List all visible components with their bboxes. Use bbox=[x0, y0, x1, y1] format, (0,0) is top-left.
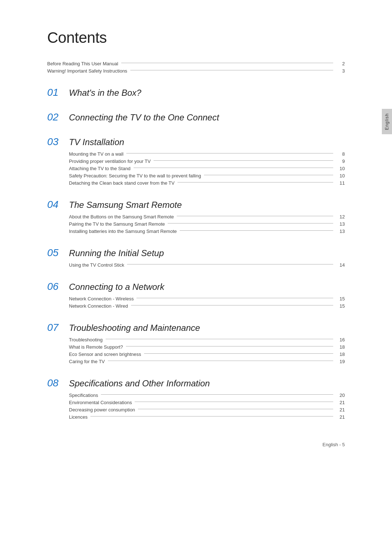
entry-page: 16 bbox=[336, 337, 345, 342]
toc-entry: Attaching the TV to the Stand 10 bbox=[69, 166, 345, 171]
entry-label: Network Connection - Wireless bbox=[69, 296, 134, 301]
entry-page: 18 bbox=[336, 344, 345, 350]
toc-entry: About the Buttons on the Samsung Smart R… bbox=[69, 214, 345, 219]
entry-page: 10 bbox=[336, 166, 345, 171]
entry-dots bbox=[90, 416, 333, 416]
entry-page: 12 bbox=[336, 214, 345, 219]
entry-page: 3 bbox=[336, 68, 345, 74]
toc-entry: Safety Precaution: Securing the TV to th… bbox=[69, 173, 345, 178]
entry-dots bbox=[101, 394, 333, 395]
section-02: 02 Connecting the TV to the One Connect bbox=[47, 111, 345, 123]
section-number: 03 bbox=[47, 136, 69, 148]
entry-label: Specifications bbox=[69, 393, 98, 398]
entry-page: 21 bbox=[336, 400, 345, 405]
section-title: Running the Initial Setup bbox=[69, 248, 164, 258]
entry-page: 18 bbox=[336, 352, 345, 357]
entry-page: 14 bbox=[336, 262, 345, 268]
entry-label: Eco Sensor and screen brightness bbox=[69, 352, 141, 357]
entry-page: 13 bbox=[336, 221, 345, 227]
toc-entry: Detaching the Clean back stand cover fro… bbox=[69, 180, 345, 186]
section-title: Specifications and Other Information bbox=[69, 378, 210, 389]
toc-entry: Mounting the TV on a wall 8 bbox=[69, 151, 345, 157]
entry-label: Licences bbox=[69, 414, 87, 420]
toc-entry: Caring for the TV 19 bbox=[69, 359, 345, 364]
entry-dots bbox=[131, 305, 333, 305]
entry-label: Network Connection - Wired bbox=[69, 303, 128, 309]
section-header: 08 Specifications and Other Information bbox=[47, 377, 345, 389]
section-number: 01 bbox=[47, 87, 69, 98]
section-header: 03 TV Installation bbox=[47, 136, 345, 148]
entry-dots bbox=[168, 223, 333, 223]
section-title: The Samsung Smart Remote bbox=[69, 200, 182, 210]
entry-dots bbox=[177, 216, 333, 216]
sections-container: 01 What's in the Box? 02 Connecting the … bbox=[47, 87, 345, 420]
entry-page: 13 bbox=[336, 229, 345, 234]
section-05: 05 Running the Initial Setup Using the T… bbox=[47, 247, 345, 268]
top-entries: Before Reading This User Manual 2 Warnin… bbox=[47, 61, 345, 74]
entry-page: 8 bbox=[336, 151, 345, 157]
section-entries: Network Connection - Wireless 15 Network… bbox=[47, 296, 345, 309]
toc-entry: What is Remote Support? 18 bbox=[69, 344, 345, 350]
entry-label: Decreasing power consumption bbox=[69, 407, 135, 412]
entry-dots bbox=[127, 264, 333, 264]
footer-text: English - 5 bbox=[323, 442, 345, 447]
toc-entry: Decreasing power consumption 21 bbox=[69, 407, 345, 412]
side-tab: English bbox=[382, 109, 392, 134]
toc-entry: Pairing the TV to the Samsung Smart Remo… bbox=[69, 221, 345, 227]
entry-dots bbox=[108, 361, 333, 361]
section-03: 03 TV Installation Mounting the TV on a … bbox=[47, 136, 345, 186]
entry-label: Caring for the TV bbox=[69, 359, 105, 364]
section-number: 08 bbox=[47, 377, 69, 389]
toc-entry: Using the TV Control Stick 14 bbox=[69, 262, 345, 268]
section-06: 06 Connecting to a Network Network Conne… bbox=[47, 281, 345, 309]
entry-label: Warning! Important Safety Instructions bbox=[47, 68, 127, 74]
entry-dots bbox=[154, 160, 333, 161]
entry-page: 2 bbox=[336, 61, 345, 66]
section-title: TV Installation bbox=[69, 137, 124, 147]
section-number: 02 bbox=[47, 111, 69, 123]
section-title: What's in the Box? bbox=[69, 88, 141, 98]
entry-label: Before Reading This User Manual bbox=[47, 61, 118, 66]
section-title: Connecting the TV to the One Connect bbox=[69, 112, 219, 123]
section-entries: Specifications 20 Environmental Consider… bbox=[47, 393, 345, 420]
entry-dots bbox=[204, 175, 333, 175]
entry-dots bbox=[180, 230, 333, 231]
entry-page: 19 bbox=[336, 359, 345, 364]
section-title: Connecting to a Network bbox=[69, 282, 164, 292]
toc-entry: Providing proper ventilation for your TV… bbox=[69, 159, 345, 164]
section-08: 08 Specifications and Other Information … bbox=[47, 377, 345, 420]
section-entries: About the Buttons on the Samsung Smart R… bbox=[47, 214, 345, 234]
entry-dots bbox=[135, 402, 333, 402]
section-title: Troubleshooting and Maintenance bbox=[69, 323, 200, 333]
entry-label: Troubleshooting bbox=[69, 337, 103, 342]
section-number: 04 bbox=[47, 199, 69, 210]
entry-dots bbox=[126, 346, 333, 346]
toc-entry: Network Connection - Wired 15 bbox=[69, 303, 345, 309]
entry-label: Mounting the TV on a wall bbox=[69, 151, 123, 157]
section-07: 07 Troubleshooting and Maintenance Troub… bbox=[47, 322, 345, 364]
toc-entry: Installing batteries into the Samsung Sm… bbox=[69, 229, 345, 234]
entry-dots bbox=[144, 353, 333, 354]
toc-entry: Eco Sensor and screen brightness 18 bbox=[69, 352, 345, 357]
entry-label: Using the TV Control Stick bbox=[69, 262, 124, 268]
entry-page: 15 bbox=[336, 303, 345, 309]
section-header: 01 What's in the Box? bbox=[47, 87, 345, 98]
entry-page: 9 bbox=[336, 159, 345, 164]
entry-label: Environmental Considerations bbox=[69, 400, 132, 405]
entry-page: 15 bbox=[336, 296, 345, 301]
section-01: 01 What's in the Box? bbox=[47, 87, 345, 98]
entry-label: What is Remote Support? bbox=[69, 344, 123, 350]
top-entry: Before Reading This User Manual 2 bbox=[47, 61, 345, 66]
entry-dots bbox=[138, 409, 333, 409]
section-04: 04 The Samsung Smart Remote About the Bu… bbox=[47, 199, 345, 234]
toc-entry: Licences 21 bbox=[69, 414, 345, 420]
entry-page: 21 bbox=[336, 414, 345, 420]
entry-dots bbox=[126, 153, 333, 153]
entry-label: Detaching the Clean back stand cover fro… bbox=[69, 180, 175, 186]
section-header: 04 The Samsung Smart Remote bbox=[47, 199, 345, 210]
entry-dots bbox=[130, 70, 333, 70]
section-header: 07 Troubleshooting and Maintenance bbox=[47, 322, 345, 333]
toc-entry: Troubleshooting 16 bbox=[69, 337, 345, 342]
section-entries: Using the TV Control Stick 14 bbox=[47, 262, 345, 268]
section-number: 06 bbox=[47, 281, 69, 292]
